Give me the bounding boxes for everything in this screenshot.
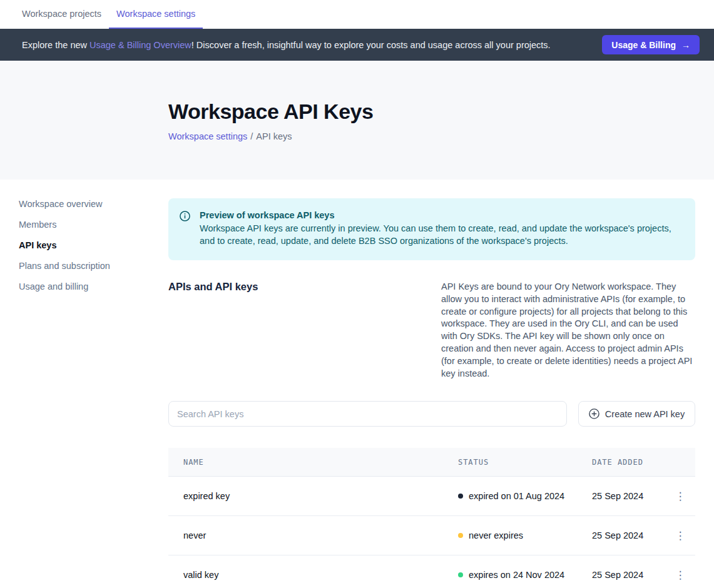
column-header-name: NAME — [168, 458, 458, 467]
tab-workspace-projects[interactable]: Workspace projects — [14, 0, 109, 29]
sidebar-item-api-keys[interactable]: API keys — [19, 241, 168, 250]
kebab-menu-icon[interactable]: ⋮ — [670, 489, 691, 504]
usage-billing-button-label: Usage & Billing — [611, 40, 676, 50]
row-actions: ⋮ — [665, 567, 695, 583]
main-layout: Workspace overview Members API keys Plan… — [0, 180, 714, 588]
usage-billing-button[interactable]: Usage & Billing → — [602, 35, 700, 54]
table-header-row: NAME STATUS DATE ADDED — [168, 448, 695, 477]
column-header-status: STATUS — [458, 458, 592, 467]
content-column: Preview of workspace API keys Workspace … — [168, 180, 695, 588]
api-key-date-added: 25 Sep 2024 — [592, 570, 665, 580]
page-title: Workspace API Keys — [168, 99, 714, 124]
create-api-key-button-label: Create new API key — [605, 409, 685, 419]
table-row: valid key expires on 24 Nov 2024 25 Sep … — [168, 555, 695, 588]
banner-text-before: Explore the new — [22, 40, 89, 50]
column-header-date-added: DATE ADDED — [592, 458, 665, 467]
preview-note: Preview of workspace API keys Workspace … — [168, 198, 695, 260]
settings-sidebar: Workspace overview Members API keys Plan… — [0, 180, 168, 588]
breadcrumb-separator: / — [250, 131, 253, 141]
sidebar-item-usage-billing[interactable]: Usage and billing — [19, 282, 168, 291]
api-key-status: never expires — [458, 530, 592, 540]
status-text: never expires — [469, 530, 523, 540]
api-key-date-added: 25 Sep 2024 — [592, 530, 665, 540]
sidebar-item-plans-subscription[interactable]: Plans and subscription — [19, 261, 168, 270]
api-key-name: expired key — [168, 491, 458, 501]
banner-text-after: ! Discover a fresh, insightful way to ex… — [191, 40, 551, 50]
table-row: expired key expired on 01 Aug 2024 25 Se… — [168, 477, 695, 516]
api-key-name: never — [168, 530, 458, 540]
api-keys-table: NAME STATUS DATE ADDED expired key expir… — [168, 448, 695, 588]
plus-circle-icon — [589, 408, 599, 419]
status-text: expired on 01 Aug 2024 — [469, 491, 564, 501]
arrow-right-icon: → — [681, 40, 690, 50]
status-dot-icon — [458, 494, 463, 499]
usage-billing-overview-link[interactable]: Usage & Billing Overview — [89, 40, 191, 50]
breadcrumb-current: API keys — [256, 131, 292, 141]
table-toolbar: Create new API key — [168, 401, 695, 427]
preview-note-body: Workspace API keys are currently in prev… — [200, 223, 680, 247]
preview-note-title: Preview of workspace API keys — [200, 210, 680, 220]
kebab-menu-icon[interactable]: ⋮ — [670, 528, 691, 544]
api-key-status: expires on 24 Nov 2024 — [458, 570, 592, 580]
search-input[interactable] — [168, 401, 567, 427]
status-dot-icon — [458, 572, 463, 577]
page-header: Workspace API Keys Workspace settings/AP… — [0, 61, 714, 180]
sidebar-item-workspace-overview[interactable]: Workspace overview — [19, 200, 168, 208]
tab-workspace-settings[interactable]: Workspace settings — [109, 0, 203, 29]
top-nav: Workspace projects Workspace settings — [0, 0, 714, 29]
banner-message: Explore the new Usage & Billing Overview… — [22, 40, 602, 50]
preview-note-content: Preview of workspace API keys Workspace … — [200, 210, 680, 247]
api-key-name: valid key — [168, 570, 458, 580]
table-row: never never expires 25 Sep 2024 ⋮ — [168, 516, 695, 555]
breadcrumb: Workspace settings/API keys — [168, 131, 714, 141]
breadcrumb-workspace-settings-link[interactable]: Workspace settings — [168, 131, 247, 141]
row-actions: ⋮ — [665, 489, 695, 504]
status-dot-icon — [458, 533, 463, 538]
section-description: API Keys are bound to your Ory Network w… — [441, 281, 695, 380]
kebab-menu-icon[interactable]: ⋮ — [670, 567, 691, 583]
sidebar-item-members[interactable]: Members — [19, 220, 168, 229]
row-actions: ⋮ — [665, 528, 695, 544]
api-key-status: expired on 01 Aug 2024 — [458, 491, 592, 501]
section-heading: APIs and API keys — [168, 281, 258, 380]
status-text: expires on 24 Nov 2024 — [469, 570, 564, 580]
api-key-date-added: 25 Sep 2024 — [592, 491, 665, 501]
usage-billing-banner: Explore the new Usage & Billing Overview… — [0, 29, 714, 61]
create-api-key-button[interactable]: Create new API key — [578, 401, 695, 427]
apis-section: APIs and API keys API Keys are bound to … — [168, 281, 695, 380]
info-icon — [180, 211, 190, 247]
